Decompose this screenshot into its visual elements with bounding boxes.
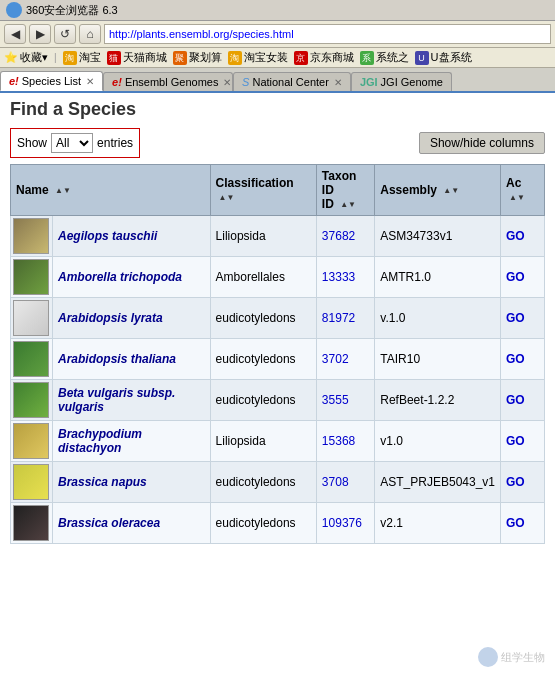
tab-close-ensembl[interactable]: ✕ (223, 77, 231, 88)
species-name-link[interactable]: Brachypodium distachyon (58, 427, 142, 455)
tab-icon-national: S (242, 76, 249, 88)
upan-icon: U (415, 51, 429, 65)
go-link[interactable]: GO (506, 311, 525, 325)
classification-cell: eudicotyledons (210, 339, 316, 380)
th-ac: Ac ▲▼ (501, 165, 545, 216)
entries-select[interactable]: All 10 25 50 100 (51, 133, 93, 153)
tab-national-center[interactable]: S National Center ✕ (233, 72, 351, 91)
taobao-icon: 淘 (63, 51, 77, 65)
juhuasuan-icon: 聚 (173, 51, 187, 65)
taxon-id-link[interactable]: 13333 (322, 270, 355, 284)
species-thumbnail (13, 382, 49, 418)
browser-toolbar: ◀ ▶ ↺ ⌂ (0, 21, 555, 48)
species-name-link[interactable]: Arabidopsis thaliana (58, 352, 176, 366)
table-row: Brachypodium distachyonLiliopsida15368v1… (11, 421, 545, 462)
assembly-cell: RefBeet-1.2.2 (375, 380, 501, 421)
classification-cell: eudicotyledons (210, 462, 316, 503)
go-cell: GO (501, 298, 545, 339)
assembly-cell: AST_PRJEB5043_v1 (375, 462, 501, 503)
go-link[interactable]: GO (506, 352, 525, 366)
sort-arrows-assembly[interactable]: ▲▼ (443, 187, 459, 195)
browser-logo-icon (6, 2, 22, 18)
classification-cell: Liliopsida (210, 216, 316, 257)
species-thumbnail-cell (11, 380, 53, 421)
assembly-cell: v.1.0 (375, 298, 501, 339)
fav-item-xitong[interactable]: 系 系统之 (360, 50, 409, 65)
th-taxon-id: Taxon ID ID ▲▼ (316, 165, 374, 216)
sort-arrows-ac[interactable]: ▲▼ (509, 194, 525, 202)
sort-arrows-classification[interactable]: ▲▼ (219, 194, 235, 202)
fav-item-upan[interactable]: U U盘系统 (415, 50, 472, 65)
go-cell: GO (501, 462, 545, 503)
address-bar[interactable] (104, 24, 551, 44)
assembly-cell: v2.1 (375, 503, 501, 544)
species-name-link[interactable]: Aegilops tauschii (58, 229, 157, 243)
fav-item-taobao-nvzhuang[interactable]: 淘 淘宝女装 (228, 50, 288, 65)
go-cell: GO (501, 380, 545, 421)
fav-item-jd[interactable]: 京 京东商城 (294, 50, 354, 65)
go-link[interactable]: GO (506, 270, 525, 284)
taxon-id-link[interactable]: 3708 (322, 475, 349, 489)
species-name-link[interactable]: Brassica oleracea (58, 516, 160, 530)
refresh-button[interactable]: ↺ (54, 24, 76, 44)
tab-species-list[interactable]: e! Species List ✕ (0, 71, 103, 91)
nvzhuang-icon: 淘 (228, 51, 242, 65)
tab-jgi-genome[interactable]: JGI JGI Genome (351, 72, 452, 91)
taxon-id-cell: 81972 (316, 298, 374, 339)
assembly-cell: AMTR1.0 (375, 257, 501, 298)
home-button[interactable]: ⌂ (79, 24, 101, 44)
taxon-id-link[interactable]: 3555 (322, 393, 349, 407)
fav-item-juhuasuan[interactable]: 聚 聚划算 (173, 50, 222, 65)
species-name-link[interactable]: Amborella trichopoda (58, 270, 182, 284)
tab-icon-jgi: JGI (360, 76, 378, 88)
go-link[interactable]: GO (506, 229, 525, 243)
back-button[interactable]: ◀ (4, 24, 26, 44)
sort-arrows-taxon[interactable]: ▲▼ (340, 201, 356, 209)
tab-close-national[interactable]: ✕ (334, 77, 342, 88)
table-row: Aegilops tauschiiLiliopsida37682ASM34733… (11, 216, 545, 257)
species-name-link[interactable]: Beta vulgaris subsp. vulgaris (58, 386, 175, 414)
fav-item-taobao[interactable]: 淘 淘宝 (63, 50, 101, 65)
go-cell: GO (501, 257, 545, 298)
species-thumbnail (13, 423, 49, 459)
taxon-id-link[interactable]: 37682 (322, 229, 355, 243)
tab-icon-ensembl: e! (112, 76, 122, 88)
species-thumbnail-cell (11, 421, 53, 462)
classification-cell: eudicotyledons (210, 380, 316, 421)
taxon-id-link[interactable]: 109376 (322, 516, 362, 530)
go-cell: GO (501, 421, 545, 462)
go-link[interactable]: GO (506, 475, 525, 489)
tabs-bar: e! Species List ✕ e! Ensembl Genomes ✕ S… (0, 68, 555, 93)
species-thumbnail (13, 300, 49, 336)
show-entries-control: Show All 10 25 50 100 entries (10, 128, 140, 158)
species-name-link[interactable]: Brassica napus (58, 475, 147, 489)
tab-ensembl-genomes[interactable]: e! Ensembl Genomes ✕ (103, 72, 233, 91)
taxon-id-link[interactable]: 3702 (322, 352, 349, 366)
taxon-id-link[interactable]: 15368 (322, 434, 355, 448)
species-thumbnail-cell (11, 503, 53, 544)
species-name-cell: Brassica oleracea (53, 503, 211, 544)
table-row: Brassica napuseudicotyledons3708AST_PRJE… (11, 462, 545, 503)
xitong-icon: 系 (360, 51, 374, 65)
fav-item-tianmao[interactable]: 猫 天猫商城 (107, 50, 167, 65)
sort-arrows-name[interactable]: ▲▼ (55, 187, 71, 195)
go-link[interactable]: GO (506, 434, 525, 448)
page-content: Find a Species Show All 10 25 50 100 ent… (0, 93, 555, 550)
classification-cell: Liliopsida (210, 421, 316, 462)
th-name: Name ▲▼ (11, 165, 211, 216)
th-assembly: Assembly ▲▼ (375, 165, 501, 216)
table-row: Brassica oleraceaeudicotyledons109376v2.… (11, 503, 545, 544)
show-hide-columns-button[interactable]: Show/hide columns (419, 132, 545, 154)
classification-cell: Amborellales (210, 257, 316, 298)
species-name-link[interactable]: Arabidopsis lyrata (58, 311, 163, 325)
browser-title: 360安全浏览器 6.3 (26, 3, 118, 18)
species-name-cell: Amborella trichopoda (53, 257, 211, 298)
favorites-label[interactable]: ⭐ 收藏▾ (4, 50, 48, 65)
species-name-cell: Aegilops tauschii (53, 216, 211, 257)
tab-close-species-list[interactable]: ✕ (86, 76, 94, 87)
go-link[interactable]: GO (506, 393, 525, 407)
go-link[interactable]: GO (506, 516, 525, 530)
taxon-id-link[interactable]: 81972 (322, 311, 355, 325)
taxon-id-cell: 3702 (316, 339, 374, 380)
forward-button[interactable]: ▶ (29, 24, 51, 44)
